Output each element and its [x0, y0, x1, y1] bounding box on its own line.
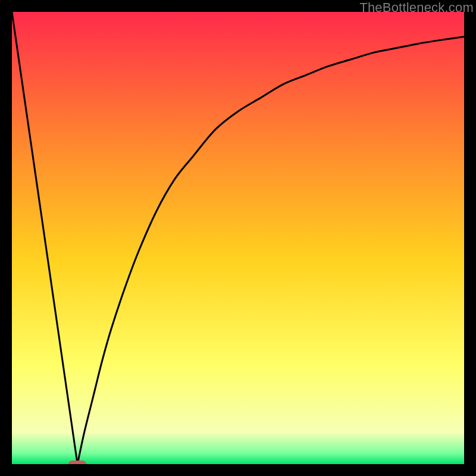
attribution-text: TheBottleneck.com — [359, 0, 474, 15]
chart-svg — [12, 12, 464, 464]
gradient-background — [12, 12, 464, 464]
plot-area — [12, 12, 464, 464]
chart-frame: TheBottleneck.com — [0, 0, 476, 476]
minimum-marker — [68, 461, 86, 464]
